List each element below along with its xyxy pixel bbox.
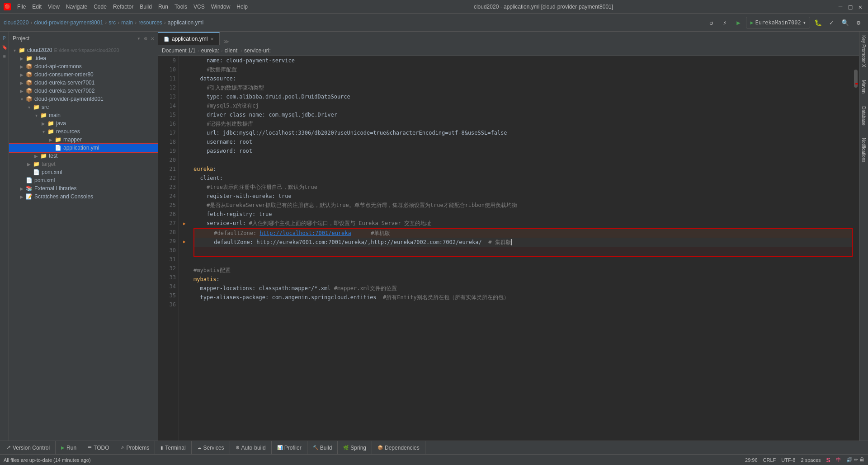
tree-item-eureka7001[interactable]: ▶ 📦 cloud-eureka-server7001 <box>9 79 158 87</box>
tree-item-api-commons[interactable]: ▶ 📦 cloud-api-commons <box>9 62 158 70</box>
tree-arrow: ▾ <box>18 97 25 102</box>
bottom-tab-spring[interactable]: 🌿 Spring <box>338 441 372 455</box>
run-icon: ▶ <box>61 445 65 450</box>
app-icon: 🔴 <box>4 3 11 10</box>
menu-edit[interactable]: Edit <box>29 3 44 11</box>
bottom-tab-profiler[interactable]: 📊 Profiler <box>272 441 307 455</box>
project-panel-dropdown-icon[interactable]: ▾ <box>137 35 140 42</box>
status-encoding[interactable]: CRLF <box>763 457 776 463</box>
gt-30 <box>179 246 190 255</box>
gt-32 <box>179 264 190 273</box>
search-button[interactable]: 🔍 <box>839 17 851 28</box>
tree-arrow: ▾ <box>25 105 33 110</box>
bottom-tab-dependencies[interactable]: 📦 Dependencies <box>372 441 425 455</box>
menu-code[interactable]: Code <box>91 3 109 11</box>
maximize-button[interactable]: □ <box>846 3 854 11</box>
breadcrumb-resources[interactable]: resources <box>138 19 162 26</box>
tab-more-button[interactable]: ≫ <box>220 38 233 45</box>
menu-refactor[interactable]: Refactor <box>110 3 136 11</box>
code-line-28: #defaultZone: http://localhost:7001/eure… <box>194 229 852 238</box>
menu-file[interactable]: File <box>14 3 28 11</box>
menu-view[interactable]: View <box>45 3 62 11</box>
bottom-tab-auto-build[interactable]: ⚙ Auto-build <box>230 441 272 455</box>
dependencies-icon: 📦 <box>377 445 383 450</box>
structure-icon[interactable]: ≡ <box>1 52 8 60</box>
menu-navigate[interactable]: Navigate <box>63 3 90 11</box>
file-tab-close-button[interactable]: ✕ <box>210 37 214 42</box>
run-button[interactable]: ▶ <box>732 17 744 28</box>
tree-item-external-libs[interactable]: ▶ 📚 External Libraries <box>9 184 158 193</box>
menu-tools[interactable]: Tools <box>172 3 190 11</box>
run-config-dropdown-icon[interactable]: ▾ <box>803 19 806 26</box>
code-editor[interactable]: 9 10 11 12 13 14 15 16 17 18 19 20 21 22… <box>158 56 853 441</box>
tree-item-test[interactable]: ▶ 📁 test <box>9 152 158 160</box>
debug-button[interactable]: 🐛 <box>812 17 824 28</box>
menu-run[interactable]: Run <box>156 3 171 11</box>
build-button[interactable]: ⚡ <box>719 17 731 28</box>
tree-item-target[interactable]: ▶ 📁 target <box>9 160 158 168</box>
run-config-selector[interactable]: ▶ EurekaMain7002 ▾ <box>746 17 810 28</box>
bottom-tab-terminal[interactable]: ▮ Terminal <box>155 441 191 455</box>
tree-item-mapper[interactable]: ▶ 📁 mapper <box>9 136 158 144</box>
project-icon[interactable]: P <box>1 34 8 42</box>
terminal-icon: ▮ <box>160 445 163 450</box>
window-controls[interactable]: ─ □ ✕ <box>836 3 864 11</box>
tree-item-main[interactable]: ▾ 📁 main <box>9 111 158 119</box>
tree-item-pom-root[interactable]: 📄 pom.xml <box>9 176 158 184</box>
tree-item-application-yml[interactable]: 📄 application.yml <box>9 144 158 152</box>
tree-label-test: test <box>49 153 57 159</box>
status-charset[interactable]: UTF-8 <box>781 457 795 463</box>
right-sidebar-maven[interactable]: Maven <box>861 78 866 95</box>
right-sidebar-database[interactable]: Database <box>861 104 866 127</box>
tree-item-resources[interactable]: ▾ 📁 resources <box>9 127 158 136</box>
coverage-button[interactable]: ✓ <box>826 17 837 28</box>
status-position[interactable]: 29:96 <box>745 457 758 463</box>
tree-item-cloud2020[interactable]: ▾ 📁 cloud2020 E:\idea-workspace\cloud202… <box>9 46 158 54</box>
menu-window[interactable]: Window <box>208 3 233 11</box>
status-indent[interactable]: 2 spaces <box>801 457 821 463</box>
breadcrumb-project[interactable]: cloud2020 <box>4 19 28 26</box>
menu-help[interactable]: Help <box>234 3 250 11</box>
tree-item-scratches[interactable]: ▶ 📝 Scratches and Consoles <box>9 193 158 201</box>
breadcrumb-src[interactable]: src <box>108 19 116 26</box>
bookmark-icon[interactable]: 🔖 <box>1 43 8 51</box>
file-tab-application-yml[interactable]: 📄 application.yml ✕ <box>158 32 220 45</box>
breadcrumb-main[interactable]: main <box>121 19 133 26</box>
menu-build[interactable]: Build <box>137 3 155 11</box>
settings-button[interactable]: ⚙ <box>853 17 864 28</box>
minimize-button[interactable]: ─ <box>836 3 844 11</box>
code-line-17: url: jdbc:mysql://localhost:3306/db2020?… <box>193 128 853 137</box>
bottom-tab-run[interactable]: ▶ Run <box>56 441 82 455</box>
breadcrumb-module[interactable]: cloud-provider-payment8001 <box>34 19 103 26</box>
gutter: ▶ ▶ <box>179 56 190 441</box>
bottom-tab-todo[interactable]: ☰ TODO <box>82 441 115 455</box>
project-panel-settings-icon[interactable]: ⚙ <box>144 35 147 42</box>
right-sidebar-key-promoter[interactable]: Key Promoter X <box>861 33 866 69</box>
code-lines[interactable]: name: cloud-payment-service #数据库配置 datas… <box>190 56 853 441</box>
java-folder-icon: 📁 <box>47 120 54 127</box>
bottom-tab-problems[interactable]: ⚠ Problems <box>115 441 156 455</box>
bottom-tab-build[interactable]: 🔨 Build <box>307 441 338 455</box>
editor-scrollbar[interactable] <box>853 56 859 441</box>
tree-item-src[interactable]: ▾ 📁 src <box>9 103 158 111</box>
breadcrumb-file[interactable]: application.yml <box>168 19 203 26</box>
tree-item-payment8001[interactable]: ▾ 📦 cloud-provider-payment8001 <box>9 95 158 103</box>
project-panel-close-icon[interactable]: ✕ <box>151 35 154 42</box>
bottom-tab-services[interactable]: ☁ Services <box>192 441 230 455</box>
sync-button[interactable]: ↺ <box>705 17 717 28</box>
menu-bar[interactable]: File Edit View Navigate Code Refactor Bu… <box>14 3 250 11</box>
window-title: cloud2020 - application.yml [cloud-provi… <box>250 4 836 10</box>
tree-item-java[interactable]: ▶ 📁 java <box>9 119 158 127</box>
bottom-tab-version-control[interactable]: ⎇ Version Control <box>0 441 56 455</box>
scrollbar-thumb[interactable] <box>854 70 858 88</box>
tree-item-order80[interactable]: ▶ 📦 cloud-consumer-order80 <box>9 70 158 79</box>
spring-icon: 🌿 <box>343 445 349 450</box>
menu-vcs[interactable]: VCS <box>191 3 208 11</box>
tree-item-idea[interactable]: ▶ 📁 .idea <box>9 54 158 62</box>
close-button[interactable]: ✕ <box>856 3 864 11</box>
right-sidebar-notifications[interactable]: Notifications <box>861 136 866 164</box>
code-line-33: mybatis: <box>193 275 853 284</box>
tree-item-pom-module[interactable]: 📄 pom.xml <box>9 168 158 176</box>
tree-item-eureka7002[interactable]: ▶ 📦 cloud-eureka-server7002 <box>9 87 158 95</box>
gt-26 <box>179 210 190 219</box>
